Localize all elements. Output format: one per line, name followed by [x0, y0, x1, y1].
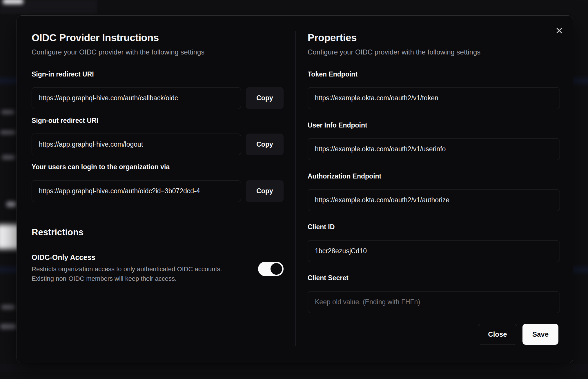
login-url-label: Your users can login to the organization…: [32, 163, 170, 171]
client-id-input[interactable]: [308, 240, 560, 262]
instructions-title: OIDC Provider Instructions: [32, 32, 159, 43]
userinfo-endpoint-input[interactable]: [308, 138, 560, 160]
background-text-smudge: [6, 201, 16, 207]
oidc-only-access-description: Restricts organization access to only au…: [32, 264, 246, 283]
background-text-smudge: [1, 305, 15, 309]
column-divider: [295, 31, 296, 346]
oidc-only-access-label: OIDC-Only Access: [32, 253, 95, 262]
copy-signin-button[interactable]: Copy: [246, 87, 284, 109]
copy-login-url-button[interactable]: Copy: [246, 180, 284, 202]
client-secret-input[interactable]: [308, 291, 560, 313]
token-endpoint-input[interactable]: [308, 87, 560, 109]
background-topbar-smudge: [3, 0, 23, 4]
login-url-input[interactable]: [32, 180, 241, 202]
client-secret-label: Client Secret: [308, 274, 349, 282]
userinfo-endpoint-label: User Info Endpoint: [308, 121, 367, 129]
background-text-smudge: [2, 155, 15, 160]
background-text-smudge: [1, 110, 14, 114]
client-id-label: Client ID: [308, 223, 335, 231]
background-text-smudge: [0, 324, 16, 329]
signin-redirect-input[interactable]: [32, 87, 241, 109]
restrictions-title: Restrictions: [32, 227, 84, 238]
close-button[interactable]: Close: [478, 324, 517, 345]
properties-title: Properties: [308, 32, 357, 43]
token-endpoint-label: Token Endpoint: [308, 70, 357, 78]
authorization-endpoint-label: Authorization Endpoint: [308, 172, 381, 180]
signout-redirect-label: Sign-out redirect URI: [32, 117, 98, 125]
signin-redirect-label: Sign-in redirect URI: [32, 70, 94, 78]
signout-redirect-input[interactable]: [32, 134, 241, 155]
authorization-endpoint-input[interactable]: [308, 189, 560, 211]
oidc-settings-modal: OIDC Provider Instructions Configure you…: [17, 15, 573, 363]
copy-signout-button[interactable]: Copy: [246, 134, 284, 155]
description-line2: Existing non-OIDC members will keep thei…: [32, 275, 177, 282]
description-line1: Restricts organization access to only au…: [32, 265, 222, 273]
background-bottom-strip: [0, 364, 588, 372]
instructions-subtitle: Configure your OIDC provider with the fo…: [32, 48, 204, 56]
save-button[interactable]: Save: [522, 324, 558, 345]
oidc-only-access-toggle[interactable]: [258, 262, 284, 276]
properties-subtitle: Configure your OIDC provider with the fo…: [308, 48, 480, 56]
toggle-knob: [271, 263, 282, 275]
section-divider: [32, 214, 284, 214]
close-icon[interactable]: [555, 26, 564, 35]
background-text-smudge: [0, 130, 16, 134]
